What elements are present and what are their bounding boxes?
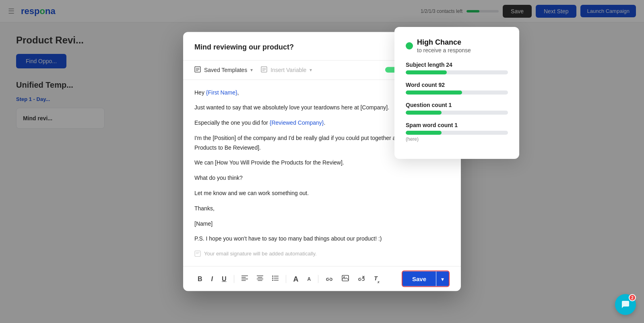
word-count-label: Word count 92: [406, 82, 508, 88]
bold-button[interactable]: B: [194, 273, 206, 284]
saved-templates-dropdown[interactable]: Saved Templates ▾: [194, 66, 253, 74]
bullet-list-button[interactable]: [269, 273, 282, 285]
signature-icon: [194, 251, 201, 257]
score-panel: High Chance to receive a response Subjec…: [394, 27, 519, 159]
spam-note: (here): [406, 136, 508, 142]
svg-point-4: [272, 278, 273, 279]
subject-length-bar-track: [406, 70, 508, 74]
separator-3: [318, 275, 318, 283]
chat-notification-badge: 2: [629, 294, 636, 301]
email-line-10: P.S. I hope you won't have to say too ma…: [194, 234, 450, 244]
svg-point-5: [272, 280, 273, 281]
email-line-5: We can [How You Will Provide the Product…: [194, 158, 450, 168]
question-count-bar-track: [406, 111, 508, 115]
chat-icon: [621, 300, 630, 309]
separator-1: [234, 275, 234, 283]
italic-button[interactable]: I: [208, 273, 216, 284]
spam-word-count-bar-track: [406, 131, 508, 135]
insert-variable-chevron-icon: ▾: [310, 67, 312, 73]
align-center-button[interactable]: [254, 273, 266, 285]
svg-point-3: [272, 276, 273, 277]
signature-hint: Your email signature will be added autom…: [194, 249, 450, 258]
variable-icon: [261, 66, 267, 74]
subject-length-bar-fill: [406, 70, 447, 74]
insert-link-button[interactable]: [322, 273, 336, 285]
save-button[interactable]: Save: [402, 272, 436, 286]
spam-word-count-label: Spam word count 1: [406, 122, 508, 128]
question-count-metric: Question count 1: [406, 102, 508, 115]
score-chance-label: High Chance: [417, 38, 471, 47]
word-count-bar-track: [406, 91, 508, 95]
insert-image-button[interactable]: [339, 273, 352, 285]
font-size-small-button[interactable]: A: [304, 274, 314, 284]
email-line-8: Thanks,: [194, 204, 450, 213]
separator-2: [286, 275, 286, 283]
clear-formatting-button[interactable]: Tx: [371, 273, 383, 285]
spam-word-count-metric: Spam word count 1 (here): [406, 122, 508, 142]
font-size-large-button[interactable]: A: [290, 273, 302, 285]
saved-templates-label: Saved Templates: [204, 67, 247, 73]
subject-length-label: Subject length 24: [406, 62, 508, 68]
template-icon: [194, 66, 201, 74]
signature-hint-text: Your email signature will be added autom…: [204, 249, 317, 258]
saved-templates-chevron-icon: ▾: [250, 67, 253, 73]
subject-length-metric: Subject length 24: [406, 62, 508, 74]
remove-link-button[interactable]: [355, 273, 368, 285]
save-button-group: Save ▾: [402, 271, 450, 287]
align-left-button[interactable]: [238, 273, 251, 285]
underline-button[interactable]: U: [219, 273, 230, 284]
spam-word-count-bar-fill: [406, 131, 442, 135]
question-count-label: Question count 1: [406, 102, 508, 108]
formatting-toolbar: B I U A A: [183, 266, 461, 291]
email-line-6: What do you think?: [194, 173, 450, 183]
score-chance-sub: to receive a response: [417, 47, 471, 53]
email-line-9: [Name]: [194, 219, 450, 228]
modal-title: Mind reviewing our product?: [194, 43, 294, 51]
question-count-bar-fill: [406, 111, 442, 115]
save-dropdown-chevron-button[interactable]: ▾: [436, 272, 449, 286]
insert-variable-label: Insert Variable: [270, 67, 306, 73]
word-count-metric: Word count 92: [406, 82, 508, 95]
word-count-bar-fill: [406, 91, 462, 95]
score-indicator-dot: [406, 42, 413, 49]
email-line-7: Let me know and we can work something ou…: [194, 189, 450, 198]
chat-bubble-button[interactable]: 2: [615, 294, 636, 315]
insert-variable-dropdown[interactable]: Insert Variable ▾: [261, 66, 312, 74]
